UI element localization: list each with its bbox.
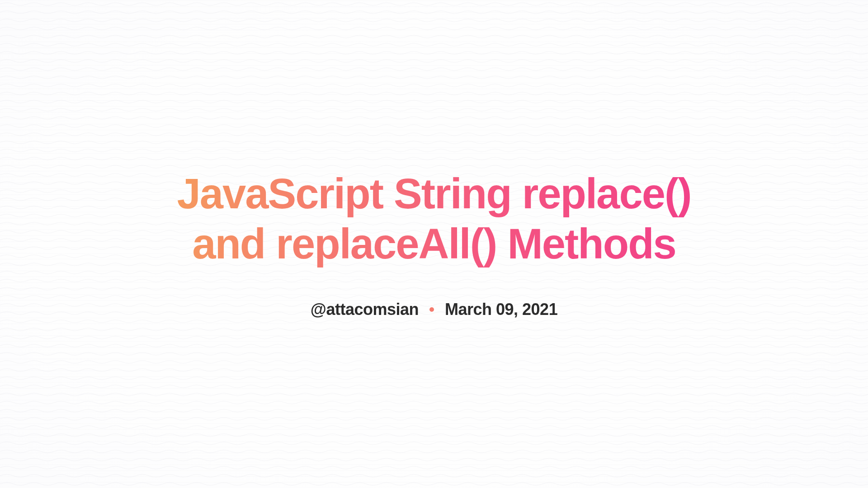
content-container: JavaScript String replace() and replaceA… [0,0,868,488]
article-meta: @attacomsian March 09, 2021 [311,300,557,319]
author-handle: @attacomsian [311,300,419,319]
dot-separator-icon [429,307,434,312]
article-title: JavaScript String replace() and replaceA… [154,169,714,269]
publish-date: March 09, 2021 [445,300,557,319]
